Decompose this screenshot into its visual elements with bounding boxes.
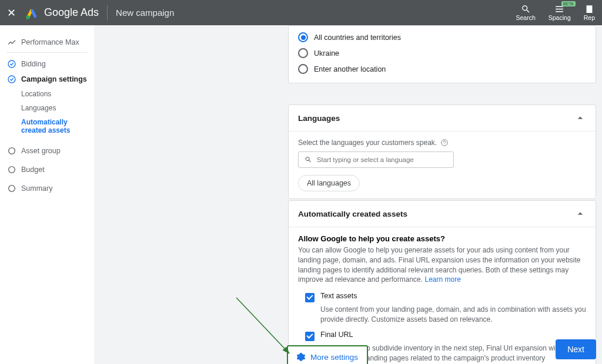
step-label: Campaign settings xyxy=(21,75,87,83)
step-performance-max[interactable]: Performance Max xyxy=(7,35,87,50)
radio-icon xyxy=(298,48,308,58)
google-ads-logo xyxy=(24,5,39,21)
step-asset-group[interactable]: Asset group xyxy=(7,143,87,159)
beta-badge: BETA xyxy=(561,1,576,6)
check-circle-icon xyxy=(7,75,16,84)
step-campaign-settings[interactable]: Campaign settings xyxy=(7,72,87,87)
gear-icon xyxy=(296,352,306,362)
svg-point-5 xyxy=(9,186,15,192)
language-input[interactable] xyxy=(317,156,447,163)
locations-card: All countries and territories Ukraine En… xyxy=(288,25,596,83)
languages-title: Languages xyxy=(298,114,340,123)
more-settings-label: More settings xyxy=(310,353,358,362)
step-label: Bidding xyxy=(21,60,46,68)
step-label: Budget xyxy=(21,166,45,174)
languages-card: Languages Select the languages your cust… xyxy=(288,105,596,199)
topbar-divider xyxy=(107,5,108,21)
sub-locations[interactable]: Locations xyxy=(7,87,87,101)
trend-icon xyxy=(7,38,16,47)
circle-icon xyxy=(7,184,16,193)
learn-more-link[interactable]: Learn more xyxy=(424,275,460,284)
svg-point-1 xyxy=(8,60,15,68)
help-icon[interactable] xyxy=(440,139,449,147)
radio-icon xyxy=(298,64,308,74)
circle-icon xyxy=(7,146,16,156)
svg-point-3 xyxy=(9,148,15,154)
next-button[interactable]: Next xyxy=(556,339,596,359)
search-label: Search xyxy=(516,14,536,21)
checkbox-final-url[interactable] xyxy=(305,332,315,341)
step-bidding[interactable]: Bidding xyxy=(7,56,87,72)
page-title: New campaign xyxy=(116,8,174,18)
search-action[interactable]: Search xyxy=(516,4,536,21)
language-chip-all[interactable]: All languages xyxy=(298,175,360,191)
auto-assets-desc: You can allow Google to help you generat… xyxy=(298,245,586,285)
text-assets-label: Text assets xyxy=(320,292,357,300)
chevron-up-icon[interactable] xyxy=(574,112,586,124)
svg-line-7 xyxy=(236,298,289,353)
close-icon[interactable]: ✕ xyxy=(7,6,16,19)
checkbox-text-assets[interactable] xyxy=(305,293,315,302)
step-budget[interactable]: Budget xyxy=(7,162,87,177)
auto-assets-card: Automatically created assets Allow Googl… xyxy=(288,200,596,364)
search-icon xyxy=(305,156,312,164)
languages-hint: Select the languages your customers spea… xyxy=(298,139,586,147)
step-label: Performance Max xyxy=(21,38,79,46)
spacing-label: Spacing xyxy=(549,14,571,21)
radio-icon xyxy=(298,32,308,42)
location-option-all[interactable]: All countries and territories xyxy=(298,29,586,45)
reports-icon xyxy=(584,4,594,14)
check-circle-icon xyxy=(7,59,16,69)
sub-languages[interactable]: Languages xyxy=(7,101,87,115)
text-assets-desc: Use content from your landing page, doma… xyxy=(320,305,586,325)
more-settings-button[interactable]: More settings xyxy=(287,345,368,364)
sidebar: Performance Max Bidding Campaign setting… xyxy=(0,25,94,364)
final-url-label: Final URL xyxy=(320,331,353,339)
svg-point-2 xyxy=(8,76,15,83)
reports-label: Rep xyxy=(584,14,595,21)
location-option-enter[interactable]: Enter another location xyxy=(298,61,586,77)
sub-auto-assets[interactable]: Automatically created assets xyxy=(7,115,87,137)
search-icon xyxy=(521,4,531,14)
step-label: Summary xyxy=(21,184,52,193)
reports-action[interactable]: Rep xyxy=(584,4,595,21)
auto-assets-question: Allow Google to help you create assets? xyxy=(298,234,586,243)
brand-title: Google Ads xyxy=(44,6,99,19)
svg-point-0 xyxy=(26,15,30,19)
svg-point-6 xyxy=(442,140,448,146)
spacing-action[interactable]: BETA Spacing xyxy=(549,4,571,21)
svg-point-4 xyxy=(9,167,15,173)
location-option-ukraine[interactable]: Ukraine xyxy=(298,45,586,61)
chevron-up-icon[interactable] xyxy=(574,208,586,220)
step-label: Asset group xyxy=(21,147,61,155)
step-summary[interactable]: Summary xyxy=(7,181,87,196)
main-content: All countries and territories Ukraine En… xyxy=(94,25,602,364)
language-search[interactable] xyxy=(298,151,454,168)
topbar: ✕ Google Ads New campaign Search BETA Sp… xyxy=(0,0,602,25)
circle-icon xyxy=(7,165,16,174)
auto-assets-title: Automatically created assets xyxy=(298,210,407,218)
